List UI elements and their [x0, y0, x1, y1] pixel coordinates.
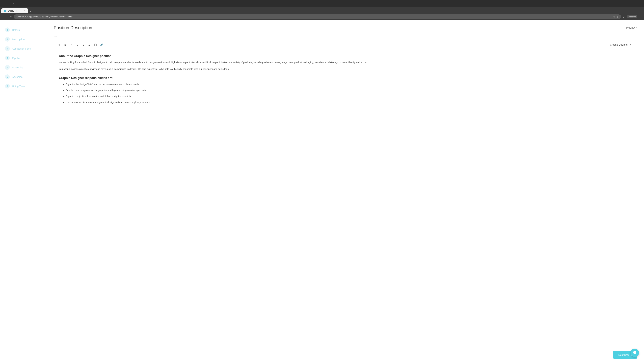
- back-button[interactable]: ←: [2, 15, 4, 18]
- bookmark-icon[interactable]: ☆: [613, 15, 615, 18]
- page-title: Position Description: [54, 25, 92, 30]
- svg-point-1: [95, 44, 95, 44]
- tab-bar: B Breezy HR ✕ +: [0, 7, 644, 13]
- forward-button[interactable]: →: [6, 15, 8, 18]
- list-item: Organize the design "brief" and record r…: [66, 82, 632, 86]
- paragraph-button[interactable]: ¶: [56, 42, 62, 47]
- step-circle-4: 4: [5, 56, 10, 60]
- step-circle-6: 6: [5, 74, 10, 79]
- sidebar-item-advertise[interactable]: 6 Advertise: [3, 72, 44, 81]
- paragraph-1: We are looking for a skilled Graphic des…: [59, 60, 632, 64]
- sidebar: 1 Details 2 Description 3 Application Fo…: [0, 20, 47, 362]
- new-tab-button[interactable]: +: [30, 10, 31, 13]
- toolbar-right: Graphic Designer ▼: [610, 43, 634, 46]
- window-controls: ─ □ ✕: [2, 2, 15, 5]
- url-text: app.breezy.hr/app/c/sample-company/posit…: [16, 15, 73, 18]
- about-heading: About the Graphic Designer position: [59, 54, 632, 58]
- main-content: Position Description Preview ↗ ••• ¶ B I…: [47, 20, 644, 348]
- underline-button[interactable]: U: [75, 42, 80, 47]
- active-tab[interactable]: B Breezy HR ✕: [1, 8, 28, 13]
- page-header: Position Description Preview ↗: [54, 25, 637, 30]
- strikethrough-button[interactable]: S: [81, 42, 86, 47]
- address-bar[interactable]: app.breezy.hr/app/c/sample-company/posit…: [14, 14, 621, 19]
- paragraph-2: You should possess great creativity and …: [59, 67, 632, 71]
- sidebar-label-hiring-team: Hiring Team: [12, 85, 26, 88]
- template-label: Graphic Designer: [610, 43, 628, 46]
- tab-title: Breezy HR: [8, 10, 18, 12]
- editor-area[interactable]: About the Graphic Designer position We a…: [54, 49, 637, 133]
- image-button[interactable]: [93, 42, 98, 47]
- bullet-list: Organize the design "brief" and record r…: [59, 82, 632, 104]
- italic-button[interactable]: I: [68, 42, 74, 47]
- sidebar-label-details: Details: [12, 28, 20, 31]
- chat-fab-button[interactable]: [630, 349, 639, 357]
- sidebar-label-advertise: Advertise: [12, 75, 23, 78]
- app-container: 1 Details 2 Description 3 Application Fo…: [0, 20, 644, 362]
- list-item: Use various media sources and graphic de…: [66, 100, 632, 104]
- sidebar-label-screening: Screening: [12, 66, 24, 69]
- scrolled-dots: •••: [54, 35, 637, 39]
- address-bar-row: ← → ↻ app.breezy.hr/app/c/sample-company…: [0, 13, 644, 20]
- bottom-actions: Next Step ›: [47, 348, 644, 362]
- refresh-button[interactable]: ↻: [10, 15, 12, 18]
- responsibilities-heading: Graphic Designer responsibilities are:: [59, 76, 632, 80]
- step-circle-2: 2: [5, 37, 10, 41]
- sidebar-label-pipeline: Pipeline: [12, 57, 21, 59]
- editor-toolbar: ¶ B I U S ☰ 🔗 Graphic Designer ▼: [54, 40, 637, 49]
- sidebar-label-description: Description: [12, 38, 25, 41]
- next-step-label: Next Step: [618, 354, 630, 356]
- sidebar-label-application-form: Application Form: [12, 47, 31, 50]
- preview-label: Preview: [626, 26, 634, 29]
- incognito-badge: Incognito: [627, 15, 637, 18]
- sidebar-item-pipeline[interactable]: 4 Pipeline: [3, 53, 44, 63]
- bold-button[interactable]: B: [62, 42, 68, 47]
- list-button[interactable]: ☰: [87, 42, 92, 47]
- sidebar-item-details[interactable]: 1 Details: [3, 25, 44, 34]
- window-close[interactable]: ✕: [12, 2, 15, 5]
- template-dropdown-icon: ▼: [630, 43, 632, 46]
- step-circle-1: 1: [5, 27, 10, 32]
- browser-window-bar: ─ □ ✕: [0, 0, 644, 7]
- toolbar-separator: [634, 43, 634, 46]
- browser-action-icons: ⊙ Incognito ⋮: [623, 15, 642, 18]
- window-minimize[interactable]: ─: [2, 2, 5, 5]
- menu-icon[interactable]: ⋮: [640, 15, 642, 18]
- profile-icon[interactable]: ⊙: [623, 15, 625, 18]
- list-item: Organize project implementation and defi…: [66, 94, 632, 98]
- sidebar-item-hiring-team[interactable]: 7 Hiring Team: [3, 81, 44, 91]
- window-maximize[interactable]: □: [7, 2, 10, 5]
- chat-icon: [633, 351, 636, 355]
- tab-favicon: B: [4, 10, 6, 12]
- tab-close-button[interactable]: ✕: [24, 10, 26, 12]
- step-circle-7: 7: [5, 84, 10, 88]
- preview-link[interactable]: Preview ↗: [626, 26, 637, 29]
- step-circle-5: 5: [5, 65, 10, 70]
- list-item: Develop new design concepts, graphics an…: [66, 88, 632, 92]
- link-button[interactable]: 🔗: [99, 42, 104, 47]
- address-bar-icons: ☆ ⧉: [613, 15, 618, 18]
- sidebar-item-application-form[interactable]: 3 Application Form: [3, 44, 44, 53]
- extensions-icon[interactable]: ⧉: [617, 15, 618, 18]
- step-circle-3: 3: [5, 46, 10, 51]
- sidebar-item-screening[interactable]: 5 Screening: [3, 63, 44, 72]
- external-link-icon: ↗: [636, 27, 637, 29]
- sidebar-item-description[interactable]: 2 Description: [3, 34, 44, 44]
